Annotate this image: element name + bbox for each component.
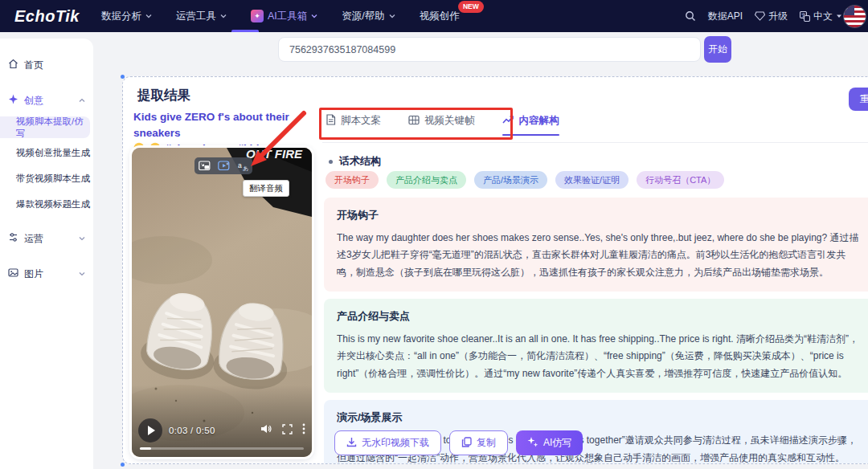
nav-item-data-analysis[interactable]: 数据分析 xyxy=(101,10,152,23)
section-title: 产品介绍与卖点 xyxy=(337,309,864,324)
nav-item-operation-tools[interactable]: 运营工具 xyxy=(176,10,227,23)
sidebar-group-creative[interactable]: 创意 xyxy=(0,88,93,112)
translate-audio-icon[interactable]: aあ xyxy=(236,160,249,173)
caret-down-icon xyxy=(836,13,842,19)
navbar-right-group: 数据API 升级 文 中文 xyxy=(685,0,842,32)
document-icon xyxy=(326,114,336,128)
volume-icon[interactable] xyxy=(260,423,272,438)
top-navbar: EchoTik 数据分析 运营工具 ✦ AI工具箱 资源/帮助 视频创作 NEW xyxy=(0,0,868,32)
sidebar-item-hot-video-title[interactable]: 爆款视频标题生成 xyxy=(0,194,93,215)
translate-audio-tooltip: 翻译音频 xyxy=(243,180,289,197)
chevron-down-icon xyxy=(311,13,317,19)
trend-chart-icon xyxy=(502,115,514,127)
copy-icon xyxy=(461,437,472,450)
result-tabs: 脚本文案 视频关键帧 内容解构 xyxy=(326,114,559,136)
sidebar-item-ecom-video-script[interactable]: 带货视频脚本生成 xyxy=(0,168,93,190)
nav-item-video-creation[interactable]: 视频创作 NEW xyxy=(420,10,460,23)
home-icon xyxy=(8,59,18,71)
sidebar-item-video-script-extract[interactable]: 视频脚本提取/仿写 xyxy=(0,116,90,138)
chevron-up-icon xyxy=(79,97,85,104)
svg-text:あ: あ xyxy=(243,165,248,172)
tag-effect-proof[interactable]: 效果验证/证明 xyxy=(555,171,628,189)
tag-product-intro[interactable]: 产品介绍与卖点 xyxy=(387,171,466,189)
sliders-icon xyxy=(8,232,18,245)
chevron-down-icon xyxy=(220,13,227,19)
section-body: The way my daughter does her shoes makes… xyxy=(337,230,864,281)
image-icon xyxy=(8,267,18,280)
start-button[interactable]: 开始 xyxy=(704,36,731,63)
sidebar-group-image[interactable]: 图片 xyxy=(0,262,93,286)
ai-toolbox-icon: ✦ xyxy=(251,10,264,22)
new-badge: NEW xyxy=(458,1,484,13)
video-time: 0:03 / 0:50 xyxy=(169,426,215,435)
sparkle-icon xyxy=(527,436,538,450)
tag-opening-hook[interactable]: 开场钩子 xyxy=(326,171,379,189)
structure-heading: 话术结构 xyxy=(339,154,381,169)
data-api-link[interactable]: 数据API xyxy=(708,10,743,23)
download-no-watermark-button[interactable]: 无水印视频下载 xyxy=(334,430,441,455)
echotik-logo[interactable]: EchoTik xyxy=(14,7,95,26)
chevron-down-icon xyxy=(79,235,85,242)
bullet-dot xyxy=(329,160,333,164)
search-icon[interactable] xyxy=(685,10,696,22)
pip-icon[interactable] xyxy=(198,160,211,173)
sidebar-group-operation[interactable]: 运营 xyxy=(0,226,93,251)
structure-heading-row: 话术结构 xyxy=(329,154,381,169)
sidebar-item-video-idea-batch[interactable]: 视频创意批量生成 xyxy=(0,142,93,164)
tab-divider xyxy=(322,142,868,143)
section-opening-hook: 开场钩子 The way my daughter does her shoes … xyxy=(324,198,868,292)
tab-script-copy[interactable]: 脚本文案 xyxy=(326,114,381,136)
section-title: 演示/场景展示 xyxy=(337,410,864,425)
video-player[interactable]: OUT FIRE xyxy=(132,148,312,457)
chevron-down-icon xyxy=(79,271,85,277)
play-icon xyxy=(148,426,155,435)
tab-content-deconstruct[interactable]: 内容解构 xyxy=(502,114,559,136)
download-icon xyxy=(346,437,357,450)
selection-handle xyxy=(121,75,125,79)
video-progress-fill xyxy=(140,447,151,451)
diamond-icon xyxy=(755,11,765,21)
fullscreen-icon[interactable] xyxy=(282,423,293,438)
chevron-down-icon xyxy=(145,13,152,19)
section-title: 开场钩子 xyxy=(337,208,864,222)
re-extract-button-clipped[interactable]: 重 xyxy=(849,88,868,111)
kebab-menu-icon[interactable] xyxy=(302,423,305,438)
panel-title: 提取结果 xyxy=(137,87,190,104)
ai-rewrite-button[interactable]: AI仿写 xyxy=(516,430,583,455)
chevron-down-icon xyxy=(389,13,395,19)
tab-video-keyframes[interactable]: 视频关键帧 xyxy=(408,114,475,136)
nav-menu: 数据分析 运营工具 ✦ AI工具箱 资源/帮助 视频创作 NEW xyxy=(101,10,460,23)
video-controls: 0:03 / 0:50 xyxy=(138,418,305,442)
sidebar-item-home[interactable]: 首页 xyxy=(0,53,93,77)
upgrade-link[interactable]: 升级 xyxy=(755,10,788,23)
tag-scene-demo[interactable]: 产品/场景演示 xyxy=(474,171,547,189)
user-avatar-us-flag[interactable] xyxy=(844,6,866,27)
ai-play-icon[interactable] xyxy=(217,160,230,173)
left-sidebar: 首页 创意 视频脚本提取/仿写 视频创意批量生成 带货视频脚本生成 爆款视频标题… xyxy=(0,39,93,469)
selection-handle xyxy=(121,463,125,467)
video-id-input[interactable]: 7562937635187084599 xyxy=(278,37,701,62)
structure-tags: 开场钩子 产品介绍与卖点 产品/场景演示 效果验证/证明 行动号召（CTA） xyxy=(326,171,724,189)
tag-cta[interactable]: 行动号召（CTA） xyxy=(637,171,724,189)
keyframes-grid-icon xyxy=(408,115,420,128)
svg-text:OUT FIRE: OUT FIRE xyxy=(246,148,303,161)
translate-icon: 文 xyxy=(800,11,810,22)
copy-button[interactable]: 复制 xyxy=(449,430,508,455)
active-nav-underline xyxy=(231,30,259,32)
section-body: This is my new favorite shoe cleaner..It… xyxy=(337,331,864,382)
echotik-app: EchoTik 数据分析 运营工具 ✦ AI工具箱 资源/帮助 视频创作 NEW xyxy=(0,0,868,469)
play-button[interactable] xyxy=(138,418,162,442)
language-switcher[interactable]: 文 中文 xyxy=(800,10,842,23)
nav-item-ai-toolbox[interactable]: ✦ AI工具箱 xyxy=(251,10,317,23)
section-product-intro: 产品介绍与卖点 This is my new favorite shoe cle… xyxy=(324,299,868,393)
sparkle-icon xyxy=(8,94,18,107)
svg-text:a: a xyxy=(238,161,242,169)
action-buttons: 无水印视频下载 复制 AI仿写 xyxy=(334,430,583,455)
analysis-sections: 开场钩子 The way my daughter does her shoes … xyxy=(324,198,868,464)
video-overlay-toolbar: aあ xyxy=(194,157,252,174)
video-progress-bar[interactable] xyxy=(140,447,304,451)
extract-result-panel: 提取结果 重 Kids give ZERO f's about their sn… xyxy=(122,76,868,464)
nav-item-resources-help[interactable]: 资源/帮助 xyxy=(342,10,395,23)
